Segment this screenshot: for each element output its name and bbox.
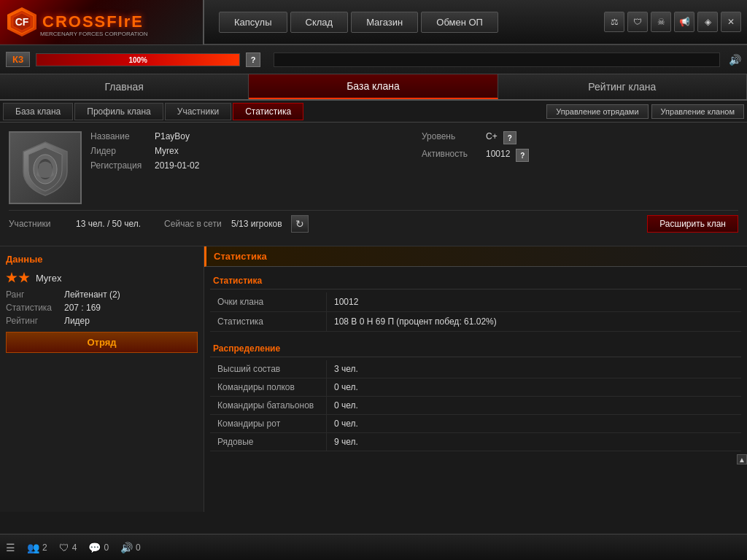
clan-activity-label: Активность bbox=[422, 149, 480, 159]
sub-tab-members[interactable]: Участники bbox=[165, 103, 231, 120]
player-row: Myrex bbox=[6, 272, 198, 284]
player-name: Myrex bbox=[36, 273, 61, 284]
expand-clan-button[interactable]: Расширить клан bbox=[647, 215, 738, 233]
stats-value-0: 10012 bbox=[327, 292, 741, 311]
stats-label: Статистика bbox=[6, 303, 64, 313]
logo-area: CF CROSSFIrE MERCENARY FORCES CORPORATIO… bbox=[0, 0, 204, 44]
nav-buttons: Капсулы Склад Магазин Обмен ОП bbox=[219, 12, 498, 33]
rank-field: Ранг Лейтенант (2) bbox=[6, 289, 198, 300]
k3-badge: К3 bbox=[6, 52, 30, 67]
skull-icon[interactable]: ☠ bbox=[651, 12, 671, 32]
rating-label: Рейтинг bbox=[6, 316, 64, 326]
data-header: Данные bbox=[6, 252, 198, 266]
clan-leader-label: Лидер bbox=[90, 146, 149, 156]
broadcast-icon[interactable]: 📢 bbox=[674, 12, 694, 32]
stats-panel-header: Статистика bbox=[204, 246, 747, 267]
status-bar: ☰ 👥 2 🛡 4 💬 0 🔊 0 bbox=[0, 534, 747, 560]
shields-icon: 🛡 bbox=[59, 542, 69, 553]
rank-value: Лейтенант (2) bbox=[64, 289, 120, 300]
stats-section-title: Статистика bbox=[210, 273, 741, 289]
dist-row-2: Командиры батальонов 0 чел. bbox=[210, 397, 741, 415]
dist-value-0: 3 чел. bbox=[327, 360, 365, 378]
dist-label-1: Командиры полков bbox=[210, 378, 327, 396]
manage-squads-button[interactable]: Управление отрядами bbox=[546, 104, 648, 119]
messages-count: 0 bbox=[104, 542, 109, 553]
rating-field: Рейтинг Лидер bbox=[6, 316, 198, 326]
rating-value: Лидер bbox=[64, 316, 90, 326]
stats-section: Статистика Очки клана 10012 Статистика 1… bbox=[204, 267, 747, 338]
clan-info-row: Название P1ayBoy Лидер Myrex Регистрация… bbox=[9, 131, 738, 204]
clan-leader-field: Лидер Myrex bbox=[90, 146, 407, 156]
dist-value-4: 9 чел. bbox=[327, 433, 365, 451]
dist-row-3: Командиры рот 0 чел. bbox=[210, 415, 741, 433]
nav-warehouse-button[interactable]: Склад bbox=[290, 12, 349, 33]
tab-clan-rating[interactable]: Рейтинг клана bbox=[498, 74, 747, 99]
sub-tab-statistics[interactable]: Статистика bbox=[233, 103, 303, 120]
tab-main[interactable]: Главная bbox=[0, 74, 249, 99]
nav-capsules-button[interactable]: Капсулы bbox=[219, 12, 287, 33]
clan-leader-value: Myrex bbox=[155, 146, 179, 156]
help-badge[interactable]: ? bbox=[246, 52, 260, 67]
clan-details: Название P1ayBoy Лидер Myrex Регистрация… bbox=[90, 131, 738, 204]
svg-text:CF: CF bbox=[15, 16, 29, 28]
status-messages: 💬 0 bbox=[88, 542, 109, 553]
clan-registration-value: 2019-01-02 bbox=[155, 160, 199, 171]
clan-name-field: Название P1ayBoy bbox=[90, 131, 407, 141]
logo-shield-icon: CF bbox=[7, 7, 36, 36]
nav-exchange-button[interactable]: Обмен ОП bbox=[421, 12, 498, 33]
clan-registration-field: Регистрация 2019-01-02 bbox=[90, 160, 407, 171]
tab-clan-base[interactable]: База клана bbox=[249, 74, 498, 99]
sub-tab-clan-base[interactable]: База клана bbox=[3, 103, 73, 120]
app-title: CROSSFIrE bbox=[42, 12, 144, 31]
distribution-section: Распределение Высший состав 3 чел. Коман… bbox=[204, 338, 747, 454]
volume-icon: 🔊 bbox=[729, 54, 741, 66]
online-value: 5/13 игроков bbox=[231, 219, 282, 229]
clan-field-group-left: Название P1ayBoy Лидер Myrex Регистрация… bbox=[90, 131, 407, 204]
stats-value: 207 : 169 bbox=[64, 303, 101, 313]
main-tabs: Главная База клана Рейтинг клана bbox=[0, 74, 747, 101]
stats-label-0: Очки клана bbox=[210, 292, 327, 311]
level-help-icon[interactable]: ? bbox=[503, 131, 516, 144]
messages-icon: 💬 bbox=[88, 542, 101, 553]
xp-bar-container: 100% bbox=[36, 53, 240, 66]
second-bar: К3 100% ? 🔊 bbox=[0, 45, 747, 74]
clan-field-group-right: Уровень С+ ? Активность 10012 ? bbox=[422, 131, 738, 204]
clan-registration-label: Регистрация bbox=[90, 160, 149, 171]
shield-icon[interactable]: 🛡 bbox=[627, 12, 648, 32]
dist-label-2: Командиры батальонов bbox=[210, 397, 327, 414]
sound-count: 0 bbox=[136, 542, 141, 553]
star-2-icon bbox=[18, 272, 30, 284]
shields-count: 4 bbox=[72, 542, 77, 553]
settings-icon[interactable]: ◈ bbox=[697, 12, 718, 32]
top-icons: ⚖ 🛡 ☠ 📢 ◈ ✕ bbox=[604, 12, 747, 32]
sub-tab-clan-profile[interactable]: Профиль клана bbox=[74, 103, 163, 120]
sound-icon: 🔊 bbox=[120, 542, 133, 553]
bottom-content: Данные Myrex Ранг Лейтенант (2) Статисти… bbox=[0, 246, 747, 512]
menu-item[interactable]: ☰ bbox=[6, 542, 15, 553]
close-icon[interactable]: ✕ bbox=[721, 12, 741, 32]
dist-row-4: Рядовые 9 чел. bbox=[210, 433, 741, 451]
nav-shop-button[interactable]: Магазин bbox=[351, 12, 418, 33]
dist-label-4: Рядовые bbox=[210, 433, 327, 451]
player-stars bbox=[6, 272, 30, 284]
stats-row-1: Статистика 108 В 0 Н 69 П (процент побед… bbox=[210, 312, 741, 332]
scroll-up-arrow[interactable]: ▲ bbox=[737, 454, 747, 464]
left-panel: Данные Myrex Ранг Лейтенант (2) Статисти… bbox=[0, 246, 204, 512]
stats-value-1: 108 В 0 Н 69 П (процент побед: 61.02%) bbox=[327, 312, 741, 331]
clan-info-panel: Название P1ayBoy Лидер Myrex Регистрация… bbox=[0, 122, 747, 246]
members-value: 13 чел. / 50 чел. bbox=[76, 219, 141, 229]
manage-clan-button[interactable]: Управление кланом bbox=[651, 104, 744, 119]
activity-help-icon[interactable]: ? bbox=[516, 149, 529, 162]
right-panel: Статистика Статистика Очки клана 10012 С… bbox=[204, 246, 747, 512]
stats-label-1: Статистика bbox=[210, 312, 327, 331]
dist-label-0: Высший состав bbox=[210, 360, 327, 378]
squad-button[interactable]: Отряд bbox=[6, 332, 198, 353]
balance-icon[interactable]: ⚖ bbox=[604, 12, 624, 32]
refresh-button[interactable]: ↻ bbox=[291, 215, 309, 233]
clan-name-label: Название bbox=[90, 131, 149, 141]
right-bar-area bbox=[274, 52, 720, 67]
status-sound: 🔊 0 bbox=[120, 542, 141, 553]
sub-tabs: База клана Профиль клана Участники Стати… bbox=[0, 101, 747, 122]
xp-percent: 100% bbox=[128, 55, 147, 63]
clan-activity-value: 10012 bbox=[486, 149, 510, 159]
